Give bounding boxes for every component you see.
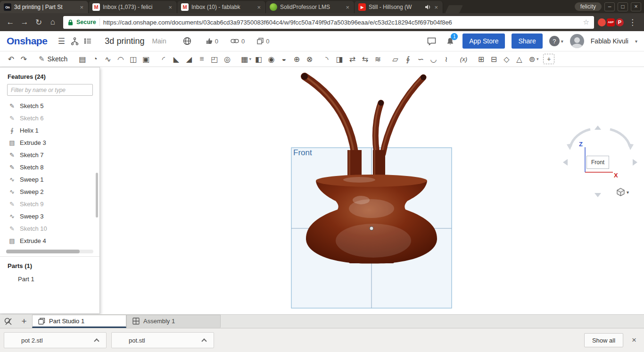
search-tabs-icon[interactable] <box>0 315 16 328</box>
feature-item-sweep-1[interactable]: ∿Sweep 1 <box>0 173 99 185</box>
frame-icon[interactable]: ⊟ <box>487 53 500 65</box>
secure-badge[interactable]: Secure <box>76 19 96 25</box>
show-all-downloads-button[interactable]: Show all <box>584 333 623 347</box>
hole-icon[interactable]: ◎ <box>221 53 233 65</box>
project-curve-icon[interactable]: ◡ <box>427 53 440 65</box>
modify-fillet-icon[interactable]: ◝ <box>321 53 333 65</box>
feature-item-sweep-2[interactable]: ∿Sweep 2 <box>0 185 99 198</box>
scrollbar-thumb[interactable] <box>6 250 80 253</box>
offset-surface-icon[interactable]: ≋ <box>372 53 384 65</box>
bookmark-star-icon[interactable]: ☆ <box>583 18 589 26</box>
browser-menu-icon[interactable]: ⋮ <box>625 17 640 27</box>
feature-item-sketch-10[interactable]: ✎Sketch 10 <box>0 222 99 235</box>
curve-tools-icon[interactable]: ◇ <box>500 53 513 65</box>
extension-red-icon[interactable] <box>598 18 606 26</box>
browser-tab-solidprofessor[interactable]: SolidProfessor LMS × <box>266 1 355 13</box>
fillet-icon[interactable]: ◜ <box>157 53 170 65</box>
help-menu[interactable]: ? ▾ <box>549 36 563 46</box>
revolve-icon[interactable]: ◔ <box>89 53 101 65</box>
url-text[interactable]: https://cad.onshape.com/documents/03cab6… <box>103 19 580 26</box>
feature-item-helix-1[interactable]: ∮Helix 1 <box>0 124 99 136</box>
tab-close-icon[interactable]: × <box>79 4 84 11</box>
plane-icon[interactable]: ▱ <box>389 53 402 65</box>
app-store-button[interactable]: App Store <box>462 34 505 49</box>
sweep-icon[interactable]: ∿ <box>101 53 114 65</box>
versions-branch-icon[interactable] <box>68 34 81 48</box>
split-icon[interactable]: ◒ <box>278 53 290 65</box>
undo-icon[interactable]: ↶ <box>5 53 17 65</box>
back-button[interactable]: ← <box>4 16 17 29</box>
features-horizontal-scrollbar[interactable] <box>6 250 93 253</box>
user-name-label[interactable]: Fablab Kivuli <box>591 37 628 45</box>
home-button[interactable]: ⌂ <box>46 16 59 29</box>
likes-counter[interactable]: 0 <box>206 38 218 45</box>
copies-counter[interactable]: 0 <box>257 38 269 45</box>
chevron-down-icon[interactable]: ▾ <box>635 39 637 44</box>
chamfer-icon[interactable]: ◣ <box>170 53 182 65</box>
download-menu-chevron-icon[interactable] <box>201 338 206 344</box>
shell-icon[interactable]: ◰ <box>208 53 221 65</box>
browser-tab-gmail-1[interactable]: M Inbox (1,073) - felici × <box>89 1 177 13</box>
delete-face-icon[interactable]: ◨ <box>333 53 346 65</box>
rotate-left-chevron-icon[interactable] <box>563 159 568 166</box>
download-menu-chevron-icon[interactable] <box>94 338 99 344</box>
share-button[interactable]: Share <box>512 34 542 49</box>
help-icon[interactable]: ? <box>549 36 560 46</box>
tab-close-icon[interactable]: × <box>433 4 439 11</box>
fit-view-icon[interactable]: + <box>543 54 554 64</box>
adblock-extension-icon[interactable]: ABP <box>607 18 615 26</box>
new-tab-button[interactable] <box>445 5 463 13</box>
add-element-tab-button[interactable]: + <box>16 315 32 328</box>
window-maximize-button[interactable]: □ <box>618 2 628 11</box>
tab-part-studio-1[interactable]: Part Studio 1 <box>32 315 126 328</box>
rotate-right-chevron-icon[interactable] <box>633 159 637 166</box>
comments-icon[interactable] <box>425 34 438 48</box>
feature-item-sketch-8[interactable]: ✎Sketch 8 <box>0 161 99 173</box>
tab-close-icon[interactable]: × <box>345 4 350 11</box>
part-item-part-1[interactable]: Part 1 <box>0 273 99 285</box>
extrude-icon[interactable]: ▤ <box>76 53 89 65</box>
features-vertical-scrollbar[interactable] <box>96 173 98 218</box>
download-item-pot2[interactable]: pot 2.stl <box>4 332 107 348</box>
links-counter[interactable]: 0 <box>231 38 245 45</box>
view-cube-front-face[interactable]: Front <box>586 156 609 169</box>
surface-trim-icon[interactable]: △ <box>513 53 526 65</box>
composite-curve-icon[interactable]: ≀ <box>440 53 453 65</box>
redo-icon[interactable]: ↷ <box>17 53 30 65</box>
rotate-up-chevron-icon[interactable] <box>594 126 601 130</box>
history-list-icon[interactable] <box>81 34 94 48</box>
view-options-menu[interactable]: ▾ <box>617 188 629 196</box>
onshape-logo[interactable]: Onshape <box>7 35 47 47</box>
dropdown-caret-icon[interactable]: ▾ <box>537 57 539 61</box>
browser-tab-gmail-2[interactable]: M Inbox (10) - fablabk × <box>177 1 266 13</box>
pinterest-extension-icon[interactable]: P <box>616 18 624 26</box>
sheet-metal-icon[interactable]: ⊞ <box>475 53 487 65</box>
rib-icon[interactable]: ≡ <box>195 53 208 65</box>
spline-icon[interactable]: ∽ <box>414 53 427 65</box>
boolean-icon[interactable]: ◉ <box>265 53 278 65</box>
window-minimize-button[interactable]: – <box>604 2 615 11</box>
browser-tab-onshape[interactable]: On 3d printing | Part St × <box>0 1 89 13</box>
front-plane-label[interactable]: Front <box>293 148 312 158</box>
rotate-down-chevron-icon[interactable] <box>594 193 601 197</box>
transform-icon[interactable]: ⊕ <box>290 53 303 65</box>
close-downloads-bar-icon[interactable]: × <box>632 335 636 345</box>
tab-audio-icon[interactable] <box>425 4 430 10</box>
move-face-icon[interactable]: ⇄ <box>346 53 359 65</box>
tab-close-icon[interactable]: × <box>256 4 262 11</box>
feature-item-sketch-5[interactable]: ✎Sketch 5 <box>0 100 99 112</box>
feature-item-extrude-3[interactable]: ▤Extrude 3 <box>0 136 99 149</box>
delete-part-icon[interactable]: ⊗ <box>303 53 316 65</box>
feature-item-sketch-6[interactable]: ✎Sketch 6 <box>0 112 99 124</box>
reload-button[interactable]: ↻ <box>32 16 45 29</box>
features-filter-input[interactable] <box>7 84 93 96</box>
dropdown-caret-icon[interactable]: ▾ <box>249 57 251 61</box>
replace-face-icon[interactable]: ⇆ <box>359 53 372 65</box>
draft-icon[interactable]: ◢ <box>182 53 195 65</box>
variable-icon[interactable]: (x) <box>457 53 470 65</box>
helix-icon[interactable]: ∮ <box>402 53 414 65</box>
feature-item-extrude-4[interactable]: ▤Extrude 4 <box>0 235 99 247</box>
address-bar[interactable]: Secure https://cad.onshape.com/documents… <box>63 16 594 29</box>
window-close-button[interactable]: × <box>631 2 641 11</box>
enclose-icon[interactable]: ▣ <box>140 53 152 65</box>
